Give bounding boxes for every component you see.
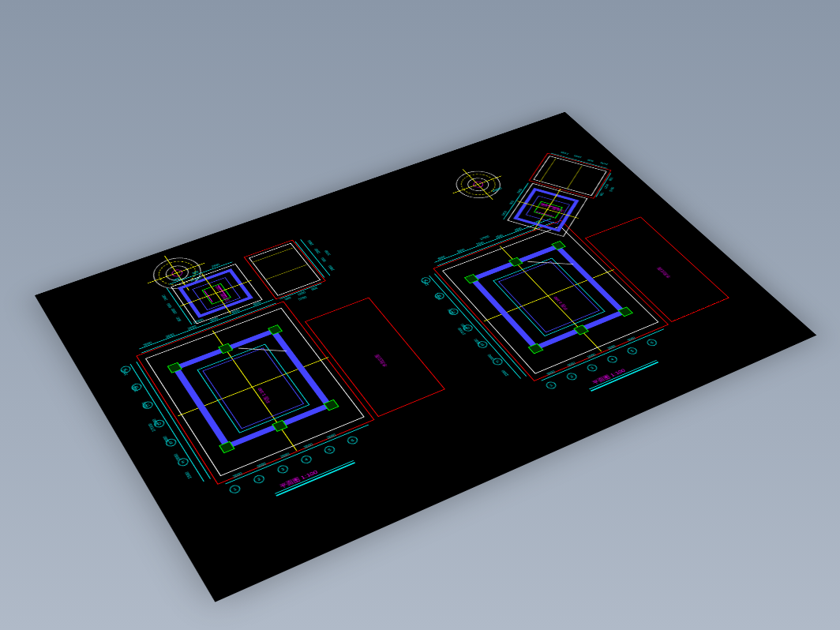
- grid-bubble: B: [130, 382, 144, 392]
- dim: 900: [321, 257, 327, 262]
- grid-bubble: 3: [276, 464, 290, 475]
- grid-bubble: 2: [252, 474, 266, 485]
- dim: 900: [609, 177, 614, 181]
- dim: 1800: [574, 155, 583, 159]
- grid-bubble: 4: [299, 454, 313, 464]
- grid-bubble: 2: [565, 372, 579, 381]
- dim: 2400: [328, 264, 335, 271]
- dim: 600: [167, 303, 173, 308]
- dim: 900: [599, 192, 605, 196]
- dim: 900: [284, 296, 292, 301]
- grid-bubble: 6: [645, 338, 658, 347]
- grid-bubble: 1: [544, 381, 558, 390]
- grid-bubble: 5: [625, 347, 639, 356]
- dim: 5700: [609, 186, 615, 192]
- grid-bubble: 4: [606, 354, 619, 364]
- dim: 5700: [298, 296, 307, 302]
- dim: 1800: [171, 308, 178, 314]
- grid-bubble: 1: [228, 484, 242, 495]
- drawing-sheet[interactable]: 平面 1:100 水池立面 3000 3000 2000 3000 3000 3…: [35, 112, 816, 602]
- dim: 900: [311, 287, 319, 291]
- dim: 2400: [561, 151, 569, 155]
- grid-bubble: 6: [346, 435, 360, 445]
- dim: 1800: [314, 248, 321, 253]
- dim: 2400: [307, 240, 314, 246]
- dim: 2400: [162, 294, 169, 301]
- grid-bubble: 3: [585, 363, 598, 373]
- dim: 2400: [600, 162, 609, 166]
- dim: 5700: [324, 249, 332, 255]
- dim: 900: [587, 159, 594, 162]
- title-underline: [589, 360, 657, 389]
- dim: 900: [175, 317, 182, 322]
- dim: 1500: [501, 369, 510, 377]
- dim: 1500: [185, 471, 193, 479]
- dim: 17000: [479, 235, 490, 241]
- grid-bubble: A: [119, 365, 132, 374]
- viewport[interactable]: 平面 1:100 水池立面 3000 3000 2000 3000 3000 3…: [0, 0, 840, 630]
- grid-bubble: 5: [323, 444, 337, 455]
